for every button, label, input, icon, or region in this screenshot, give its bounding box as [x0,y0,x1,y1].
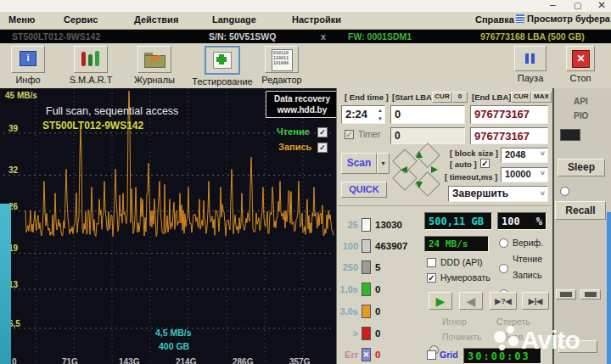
drive-info-bar: ST500LT012-9WS142 S/N: 50V51SWQ x FW: 00… [0,30,611,43]
start-lba-label: [Start LBA] [392,92,434,102]
minimize-icon[interactable]: – [550,0,556,11]
grid-checkbox[interactable] [427,350,436,360]
api-label: API [574,97,588,106]
chevron-down-icon: ˅ [541,189,545,198]
start-lba-input[interactable]: 0 [390,105,465,124]
seek-defect-button[interactable]: ▶?◀ [490,292,517,310]
test-tubes-icon [74,46,108,73]
play-forward-button[interactable]: ▶ [429,292,452,310]
number-checkbox[interactable]: ✓ [427,273,436,283]
timer-value-field[interactable]: 0 [390,127,465,144]
scan-dropdown-arrow[interactable]: ▼ [377,153,390,174]
legend-swatch-3s [362,305,371,318]
read-radio[interactable] [499,264,508,273]
start-lba-cur-button[interactable]: CUR [432,92,452,103]
grid-label: Grid [440,350,458,360]
seek-end-icon: ▶|◀ [529,297,542,305]
write-radio-label: Запись [513,270,541,280]
list-icon [516,14,524,23]
info-button[interactable]: i Инфо [4,46,52,85]
seek-question-icon: ▶?◀ [495,297,511,305]
scan-speed-trace [25,91,334,236]
seek-end-button[interactable]: ▶|◀ [522,292,549,310]
back-icon: ◀ [467,294,476,308]
maximize-icon[interactable]: ▢ [574,0,581,11]
end-lba-input[interactable]: 976773167 [470,105,548,124]
legend-count-3s: 0 [375,306,380,316]
menu-item-service[interactable]: Сервис [64,14,98,25]
timer-label: Timer [358,129,380,139]
write-checkbox[interactable]: ✓ [317,143,328,153]
legend-swatch-25ms [362,218,371,232]
finish-action-select[interactable]: Завершить˅ [448,186,548,202]
recall-button[interactable]: Recall [555,201,606,220]
scan-graph [0,88,336,364]
desktop-edge-strip [0,204,11,364]
hex-editor-icon: 010110 110011 101000 [265,46,299,73]
legend-count-err: 0 [375,350,380,360]
speed-display: 24 MB/s [424,236,489,252]
spinner-arrows-icon[interactable]: ▲▼ [378,106,383,123]
info-icon: i [11,46,45,73]
stop-button[interactable]: ✕ Стоп [560,46,601,83]
drive-model: ST500LT012-9WS142 [12,30,100,43]
buffer-view-button[interactable]: Просмотр буфера [516,14,610,24]
editor-button[interactable]: 010110 110011 101000 Редактор [255,46,309,85]
legend-swatch-250ms [362,260,371,274]
end-time-spinner[interactable]: 2:24 ▲▼ [341,105,385,124]
read-checkbox[interactable]: ✓ [317,127,328,137]
end-time-label: [ End time ] [345,92,389,102]
ddd-api-checkbox[interactable] [427,258,436,267]
legend-swatch-100ms [362,239,371,253]
test-button[interactable]: Тестирование [188,46,256,87]
logs-button[interactable]: Журналы [127,46,182,85]
play-back-button[interactable]: ◀ [459,292,483,310]
play-icon: ▶ [436,294,446,308]
timeout-select[interactable]: 10000˅ [501,167,548,182]
number-label: Нумеровать [440,272,490,283]
menu-item-help[interactable]: Справка [475,14,514,25]
legend-label-3s: 3,0s [336,306,358,316]
chevron-down-icon: ˅ [541,149,545,158]
pause-button[interactable]: Пауза [505,46,556,83]
status-led-display [560,129,580,141]
end-lba-value-2[interactable]: 976773167 [470,127,548,144]
side-small-button-1[interactable] [556,289,576,300]
menu-bar: Меню Сервис Действия Language Настройки … [0,12,611,30]
side-small-button-2[interactable] [580,289,601,300]
chevron-down-icon: ˅ [541,169,545,177]
end-lba-label: [End LBA] [472,92,511,102]
sleep-button[interactable]: Sleep [558,159,605,176]
verify-radio[interactable] [499,238,508,248]
legend-label-err: Err [336,350,358,360]
legend-count-1s: 0 [375,284,380,294]
quick-button[interactable]: QUICK [341,182,387,198]
legend-label-over: > [336,328,358,339]
menu-item-actions[interactable]: Действия [134,14,178,25]
smart-button[interactable]: S.M.A.R.T [64,46,118,85]
auto-checkbox[interactable]: ✓ [480,159,490,168]
drive-firmware: FW: 0001SDM1 [348,30,412,43]
seek-arrow-pad[interactable] [392,143,446,197]
stop-icon: ✕ [566,46,595,71]
start-lba-zero-button[interactable]: 0 [452,92,468,103]
menu-item-language[interactable]: Language [212,14,256,25]
first-aid-kit-icon [205,46,240,75]
drive-separator: x [321,30,326,43]
auto-label: [ auto ] [450,160,477,169]
pio-label: PIO [574,111,588,120]
block-size-select[interactable]: 2048˅ [501,148,548,163]
legend-count-over: 0 [375,328,380,339]
pio-radio[interactable] [560,187,569,196]
menu-item-settings[interactable]: Настройки [292,14,341,25]
end-lba-cur-button[interactable]: CUR [511,92,531,103]
block-size-label: [ block size ] [450,148,498,158]
menu-item-menu[interactable]: Меню [8,14,35,25]
end-lba-max-button[interactable]: MAX [531,92,552,103]
victoria-hdd-app-window: – ▢ ✕ Меню Сервис Действия Language Наст… [0,0,611,364]
ignore-label: Игнор [442,316,467,327]
close-icon[interactable]: ✕ [597,0,606,11]
progress-percent-display: 100% [497,212,547,230]
timer-checkbox[interactable]: ✓ [345,130,354,139]
scan-button[interactable]: Scan [341,153,377,174]
